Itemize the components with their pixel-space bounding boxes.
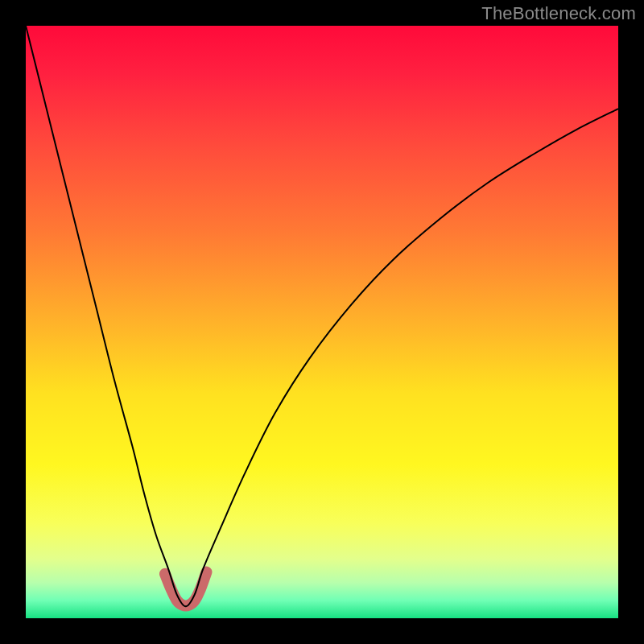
curve-layer <box>26 26 618 618</box>
bottleneck-curve <box>26 26 618 606</box>
watermark-text: TheBottleneck.com <box>481 3 636 24</box>
chart-frame: TheBottleneck.com <box>0 0 644 644</box>
plot-area <box>26 26 618 618</box>
